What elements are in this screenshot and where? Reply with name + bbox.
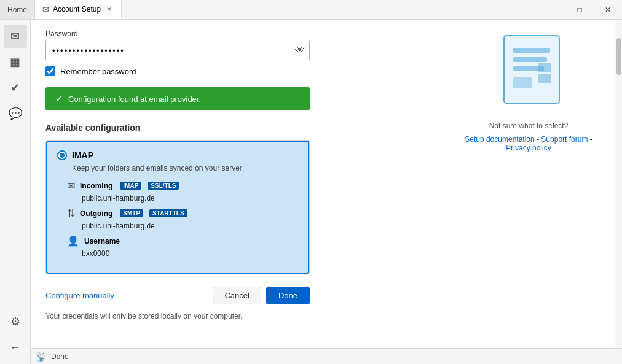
minimize-button[interactable]: — bbox=[537, 0, 565, 19]
username-label: Username bbox=[84, 237, 120, 246]
tab-account-setup[interactable]: ✉ Account Setup ✕ bbox=[35, 0, 122, 19]
tab-close-button[interactable]: ✕ bbox=[104, 5, 114, 14]
imap-radio-button[interactable] bbox=[57, 150, 67, 160]
incoming-label: Incoming bbox=[80, 182, 112, 190]
sidebar-item-chat[interactable]: 💬 bbox=[4, 102, 27, 125]
username-row: 👤 Username bbox=[67, 235, 298, 247]
ssl-badge: SSL/TLS bbox=[148, 182, 179, 190]
sidebar-bottom: ⚙ ← bbox=[4, 310, 27, 364]
home-tab-label: Home bbox=[7, 6, 27, 14]
tasks-icon: ✔ bbox=[10, 81, 20, 95]
password-label: Password bbox=[45, 29, 428, 38]
cancel-button[interactable]: Cancel bbox=[213, 287, 261, 304]
account-setup-tab-label: Account Setup bbox=[53, 5, 101, 14]
remember-password-checkbox[interactable] bbox=[45, 66, 55, 76]
status-text: Done bbox=[51, 352, 69, 361]
svg-rect-5 bbox=[538, 74, 551, 83]
done-button[interactable]: Done bbox=[266, 287, 310, 304]
sidebar-item-calendar[interactable]: ▦ bbox=[4, 50, 27, 74]
mail-icon: ✉ bbox=[42, 5, 49, 14]
setup-documentation-link[interactable]: Setup documentation bbox=[465, 135, 534, 144]
outgoing-label: Outgoing bbox=[80, 209, 112, 218]
actions-row: Configure manually Cancel Done bbox=[45, 287, 310, 304]
privacy-policy-link[interactable]: Privacy policy bbox=[506, 144, 551, 152]
titlebar: Home ✉ Account Setup ✕ — □ ✕ bbox=[0, 0, 622, 20]
imap-option[interactable]: IMAP Keep your folders and emails synced… bbox=[46, 141, 309, 274]
radio-inner bbox=[60, 153, 65, 158]
starttls-badge: STARTTLS bbox=[149, 209, 187, 217]
calendar-icon: ▦ bbox=[10, 55, 20, 69]
mail-nav-icon: ✉ bbox=[10, 29, 20, 43]
right-panel: Not sure what to select? Setup documenta… bbox=[443, 20, 615, 348]
scrollbar[interactable] bbox=[615, 20, 622, 348]
form-area: Password 👁 Remember password ✓ Configura… bbox=[31, 20, 443, 348]
chat-icon: 💬 bbox=[9, 107, 22, 120]
back-icon: ← bbox=[10, 341, 21, 354]
imap-option-header: IMAP bbox=[57, 150, 298, 160]
config-card: IMAP Keep your folders and emails synced… bbox=[45, 140, 310, 274]
configure-manually-link[interactable]: Configure manually bbox=[45, 291, 213, 300]
svg-rect-2 bbox=[513, 57, 547, 62]
success-message: Configuration found at email provider. bbox=[68, 95, 201, 104]
credentials-note: Your credentials will only be stored loc… bbox=[45, 312, 428, 320]
section-title: Available configuration bbox=[45, 123, 428, 133]
sidebar-item-settings[interactable]: ⚙ bbox=[4, 310, 27, 333]
success-banner: ✓ Configuration found at email provider. bbox=[45, 87, 310, 110]
sidebar-item-mail[interactable]: ✉ bbox=[4, 25, 27, 48]
svg-rect-6 bbox=[513, 77, 532, 88]
remember-password-label: Remember password bbox=[60, 67, 136, 76]
outgoing-host: public.uni-hamburg.de bbox=[82, 222, 298, 230]
check-icon: ✓ bbox=[55, 93, 63, 104]
imap-badge: IMAP bbox=[120, 182, 141, 190]
sidebar-item-tasks[interactable]: ✔ bbox=[4, 76, 27, 99]
email-illustration bbox=[479, 29, 578, 109]
incoming-icon: ✉ bbox=[67, 180, 75, 192]
scrollbar-thumb[interactable] bbox=[616, 38, 621, 75]
username-value: bxx0000 bbox=[82, 249, 298, 258]
help-links: Setup documentation - Support forum - Pr… bbox=[452, 135, 605, 152]
link-separator-2: - bbox=[590, 135, 592, 144]
password-wrapper: 👁 bbox=[45, 41, 310, 60]
status-icon: 📡 bbox=[36, 352, 46, 362]
outgoing-icon: ⇅ bbox=[67, 207, 75, 219]
remember-password-row: Remember password bbox=[45, 66, 428, 76]
imap-title: IMAP bbox=[72, 150, 93, 160]
toggle-password-icon[interactable]: 👁 bbox=[295, 45, 305, 56]
outgoing-row: ⇅ Outgoing SMTP STARTTLS bbox=[67, 207, 298, 219]
incoming-host: public.uni-hamburg.de bbox=[82, 194, 298, 203]
password-input[interactable] bbox=[45, 41, 310, 60]
app-body: ✉ ▦ ✔ 💬 ⚙ ← Password bbox=[0, 20, 622, 364]
smtp-badge: SMTP bbox=[120, 209, 143, 217]
maximize-button[interactable]: □ bbox=[565, 0, 594, 19]
close-button[interactable]: ✕ bbox=[594, 0, 622, 19]
imap-description: Keep your folders and emails synced on y… bbox=[72, 164, 298, 172]
sidebar-item-back[interactable]: ← bbox=[4, 336, 27, 359]
incoming-row: ✉ Incoming IMAP SSL/TLS bbox=[67, 180, 298, 192]
window-controls: — □ ✕ bbox=[537, 0, 622, 19]
help-text: Not sure what to select? bbox=[489, 122, 569, 130]
content-area: Password 👁 Remember password ✓ Configura… bbox=[31, 20, 622, 364]
settings-icon: ⚙ bbox=[10, 315, 20, 328]
main-panel: Password 👁 Remember password ✓ Configura… bbox=[31, 20, 622, 348]
svg-rect-1 bbox=[513, 48, 550, 53]
sidebar: ✉ ▦ ✔ 💬 ⚙ ← bbox=[0, 20, 31, 364]
user-icon: 👤 bbox=[67, 235, 79, 247]
tab-home[interactable]: Home bbox=[0, 0, 35, 19]
support-forum-link[interactable]: Support forum bbox=[541, 135, 588, 144]
titlebar-tabs: Home ✉ Account Setup ✕ bbox=[0, 0, 537, 19]
svg-rect-4 bbox=[538, 63, 551, 72]
statusbar: 📡 Done bbox=[31, 348, 622, 364]
